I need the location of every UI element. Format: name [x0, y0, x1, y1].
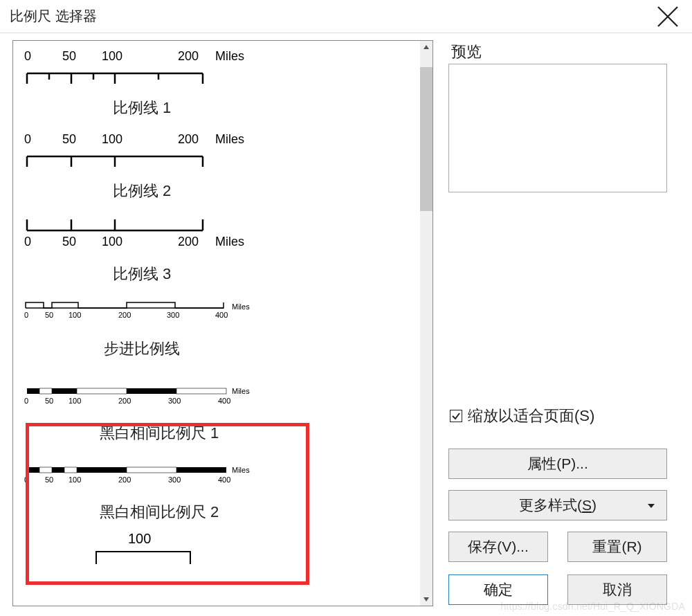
- dropdown-arrow-icon: [647, 497, 655, 514]
- scale-bar-list-panel: 0 50 100 200 Miles: [12, 40, 433, 606]
- svg-text:Miles: Miles: [232, 387, 250, 395]
- ok-button[interactable]: 确定: [448, 574, 548, 605]
- scale-item[interactable]: 0 50 100 200 300 400 Miles 步进比例线: [24, 298, 420, 359]
- svg-text:50: 50: [45, 475, 53, 484]
- checkbox-icon: [450, 410, 462, 422]
- scale-item-label: 比例线 1: [24, 98, 260, 118]
- svg-text:Miles: Miles: [232, 466, 250, 474]
- svg-text:400: 400: [218, 475, 230, 484]
- save-reset-row: 保存(V)... 重置(R): [448, 532, 684, 562]
- svg-text:Miles: Miles: [215, 49, 244, 63]
- right-panel: 预览 缩放以适合页面(S) 属性(P)... 更多样式(S) 保存(V)... …: [448, 40, 684, 605]
- svg-text:100: 100: [128, 531, 151, 546]
- svg-text:Miles: Miles: [232, 302, 250, 311]
- svg-rect-57: [39, 467, 52, 473]
- scale-item-label: 比例线 3: [24, 264, 260, 284]
- scale-item-label: 比例线 2: [24, 181, 260, 201]
- svg-text:100: 100: [69, 475, 81, 484]
- scrollbar[interactable]: [420, 41, 432, 606]
- svg-text:300: 300: [168, 397, 181, 405]
- svg-text:0: 0: [24, 397, 28, 405]
- preview-label: 预览: [451, 42, 684, 62]
- scale-item[interactable]: 0 50 100 200 300 400 Miles 黑白相间比例尺 1: [24, 386, 420, 444]
- svg-text:0: 0: [24, 235, 31, 248]
- svg-text:0: 0: [24, 311, 28, 319]
- svg-rect-46: [77, 388, 127, 394]
- svg-text:200: 200: [118, 311, 131, 319]
- dialog-content: 0 50 100 200 Miles: [0, 33, 692, 613]
- scale-bar-graphic: 0 50 100 200 Miles: [24, 132, 260, 172]
- svg-text:Miles: Miles: [215, 235, 244, 248]
- dialog-titlebar: 比例尺 选择器: [0, 0, 692, 33]
- svg-rect-45: [52, 388, 77, 394]
- scrollbar-thumb[interactable]: [420, 67, 432, 211]
- svg-text:0: 0: [24, 475, 28, 484]
- svg-text:Miles: Miles: [215, 132, 244, 146]
- svg-text:100: 100: [102, 132, 122, 146]
- svg-rect-58: [52, 467, 64, 473]
- svg-text:200: 200: [178, 235, 199, 248]
- svg-rect-61: [127, 467, 176, 473]
- svg-text:50: 50: [62, 49, 76, 63]
- svg-text:100: 100: [69, 311, 81, 319]
- svg-text:100: 100: [69, 397, 81, 405]
- scale-item-label: 黑白相间比例尺 2: [24, 502, 294, 523]
- svg-text:300: 300: [168, 475, 181, 484]
- scale-bar-graphic: 0 50 100 200 300 400 Miles: [24, 298, 260, 326]
- svg-text:50: 50: [45, 311, 53, 319]
- svg-text:50: 50: [45, 397, 53, 405]
- svg-text:200: 200: [178, 132, 199, 146]
- svg-text:50: 50: [62, 235, 76, 248]
- svg-text:200: 200: [178, 49, 199, 63]
- svg-text:400: 400: [218, 397, 230, 405]
- svg-rect-47: [127, 388, 176, 394]
- svg-rect-48: [176, 388, 226, 394]
- scale-item-label: 黑白相间比例尺 1: [24, 423, 294, 444]
- svg-rect-44: [39, 388, 52, 394]
- scale-item-label: 步进比例线: [24, 338, 260, 359]
- svg-text:300: 300: [167, 311, 179, 319]
- dialog-title: 比例尺 选择器: [10, 7, 97, 26]
- scale-item[interactable]: 0 50 100 200 Miles: [24, 49, 420, 118]
- ok-cancel-row: 确定 取消: [448, 574, 684, 605]
- svg-text:200: 200: [118, 397, 131, 405]
- svg-text:0: 0: [24, 132, 31, 146]
- svg-rect-59: [64, 467, 77, 473]
- close-icon[interactable]: [653, 2, 682, 31]
- checkbox-label: 缩放以适合页面(S): [468, 406, 594, 426]
- svg-rect-60: [77, 467, 127, 473]
- scroll-down-arrow[interactable]: [420, 593, 432, 606]
- scale-bar-graphic: 0 50 100 200 Miles: [24, 49, 260, 89]
- more-styles-button[interactable]: 更多样式(S): [448, 490, 667, 520]
- scale-to-fit-checkbox[interactable]: 缩放以适合页面(S): [450, 406, 684, 426]
- scroll-up-arrow[interactable]: [420, 41, 432, 53]
- cancel-button[interactable]: 取消: [567, 574, 667, 605]
- save-button[interactable]: 保存(V)...: [448, 532, 548, 562]
- scale-bar-graphic: 0 50 100 200 300 400 Miles: [24, 464, 260, 489]
- svg-rect-62: [176, 467, 226, 473]
- svg-rect-56: [27, 467, 39, 473]
- svg-text:200: 200: [118, 475, 131, 484]
- scale-bar-graphic: 100: [24, 531, 260, 564]
- svg-rect-43: [27, 388, 39, 394]
- scale-bar-list[interactable]: 0 50 100 200 Miles: [24, 41, 420, 606]
- scale-bar-graphic: 0 50 100 200 Miles: [24, 215, 260, 255]
- scale-item[interactable]: 100: [24, 531, 420, 564]
- scale-bar-graphic: 0 50 100 200 300 400 Miles: [24, 386, 260, 410]
- svg-text:100: 100: [102, 235, 122, 248]
- svg-text:50: 50: [62, 132, 76, 146]
- properties-button[interactable]: 属性(P)...: [448, 449, 667, 479]
- scale-item[interactable]: 0 50 100 200 Miles 比例线 2: [24, 132, 420, 201]
- scale-item[interactable]: 0 50 100 200 300 400 Miles 黑白相间比例尺 2: [24, 464, 420, 523]
- reset-button[interactable]: 重置(R): [567, 532, 667, 562]
- preview-box: [448, 64, 667, 192]
- scale-item[interactable]: 0 50 100 200 Miles 比例线 3: [24, 215, 420, 284]
- svg-text:100: 100: [102, 49, 122, 63]
- svg-text:0: 0: [24, 49, 31, 63]
- svg-text:400: 400: [215, 311, 228, 319]
